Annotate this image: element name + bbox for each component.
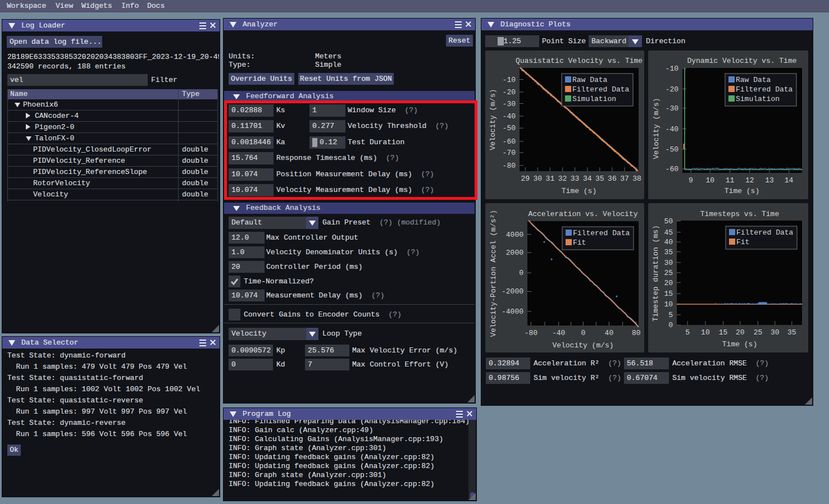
svg-text:20: 20 [736, 328, 745, 337]
svg-text:Velocity (m/s): Velocity (m/s) [652, 98, 661, 159]
svg-text:Raw Data: Raw Data [572, 76, 608, 84]
svg-text:2000: 2000 [506, 249, 523, 257]
svg-text:50: 50 [664, 217, 673, 226]
svg-text:9: 9 [689, 176, 693, 185]
svg-text:-10: -10 [503, 76, 516, 84]
svg-text:Acceleration vs. Velocity: Acceleration vs. Velocity [528, 210, 637, 218]
svg-text:-60: -60 [503, 138, 516, 146]
svg-text:12: 12 [745, 176, 754, 185]
svg-text:Time (s): Time (s) [725, 187, 759, 195]
svg-text:Simulation: Simulation [736, 95, 780, 103]
svg-text:-2000: -2000 [502, 287, 523, 296]
svg-text:30: 30 [664, 259, 673, 267]
svg-text:-80: -80 [503, 162, 516, 170]
svg-text:Velocity (m/s): Velocity (m/s) [552, 341, 613, 350]
svg-text:20: 20 [664, 279, 673, 287]
svg-text:34: 34 [583, 175, 592, 183]
svg-text:Timestep duration (ms): Timestep duration (ms) [652, 225, 660, 322]
svg-text:Raw Data: Raw Data [736, 76, 771, 84]
svg-text:10: 10 [701, 328, 710, 337]
svg-text:0: 0 [581, 329, 585, 337]
svg-text:14: 14 [785, 176, 794, 185]
svg-text:-20: -20 [503, 88, 516, 97]
svg-text:-20: -20 [666, 85, 678, 94]
svg-text:-40: -40 [666, 125, 678, 134]
svg-text:-30: -30 [503, 100, 516, 108]
svg-text:-50: -50 [503, 124, 516, 132]
svg-text:Filtered Data: Filtered Data [736, 228, 794, 237]
svg-text:32: 32 [558, 175, 567, 183]
svg-text:Fit: Fit [736, 238, 749, 246]
svg-text:Time (s): Time (s) [722, 340, 757, 349]
svg-text:-80: -80 [525, 329, 538, 337]
svg-text:-70: -70 [503, 149, 516, 157]
svg-text:Velocity-Portion Accel (m/s²): Velocity-Portion Accel (m/s²) [489, 210, 498, 337]
svg-text:Timesteps vs. Time: Timesteps vs. Time [700, 210, 779, 218]
svg-text:5: 5 [668, 311, 673, 319]
svg-text:33: 33 [571, 175, 580, 183]
svg-text:-10: -10 [666, 65, 678, 73]
svg-text:5: 5 [685, 328, 690, 337]
svg-text:30: 30 [533, 175, 542, 183]
svg-text:Dynamic Velocity vs. Time: Dynamic Velocity vs. Time [687, 57, 796, 65]
svg-text:38: 38 [632, 175, 641, 183]
svg-text:25: 25 [754, 328, 763, 337]
svg-text:10: 10 [664, 300, 673, 309]
svg-text:45: 45 [664, 228, 673, 237]
svg-text:30: 30 [771, 328, 780, 337]
svg-text:11: 11 [726, 176, 735, 185]
svg-text:-40: -40 [552, 329, 565, 337]
svg-text:15: 15 [719, 328, 728, 337]
svg-text:Filtered Data: Filtered Data [573, 229, 630, 237]
svg-text:15: 15 [664, 290, 673, 298]
svg-text:37: 37 [620, 175, 629, 183]
svg-text:Filtered Data: Filtered Data [736, 85, 793, 94]
svg-text:Fit: Fit [573, 239, 586, 247]
svg-text:10: 10 [705, 176, 714, 185]
svg-text:25: 25 [664, 269, 673, 277]
svg-text:40: 40 [664, 238, 673, 246]
svg-text:0: 0 [668, 321, 673, 329]
svg-text:80: 80 [632, 329, 641, 337]
svg-text:4000: 4000 [506, 231, 523, 239]
svg-text:Time (s): Time (s) [562, 187, 596, 195]
svg-text:13: 13 [765, 176, 774, 185]
svg-text:35: 35 [787, 328, 796, 337]
svg-text:-30: -30 [666, 104, 678, 113]
svg-text:-40: -40 [503, 112, 516, 121]
svg-text:-60: -60 [666, 165, 678, 173]
svg-text:31: 31 [546, 175, 555, 183]
svg-text:Quasistatic Velocity vs. Time: Quasistatic Velocity vs. Time [516, 57, 643, 65]
svg-text:Simulation: Simulation [572, 95, 616, 103]
svg-text:29: 29 [521, 175, 530, 183]
svg-text:-50: -50 [666, 145, 678, 154]
svg-text:35: 35 [595, 175, 604, 183]
svg-text:40: 40 [605, 329, 614, 337]
svg-text:35: 35 [664, 248, 673, 256]
svg-text:-4000: -4000 [502, 308, 523, 316]
svg-text:36: 36 [608, 175, 617, 183]
svg-text:0: 0 [519, 269, 523, 277]
svg-text:Filtered Data: Filtered Data [572, 85, 630, 94]
svg-text:Velocity (m/s): Velocity (m/s) [489, 89, 497, 150]
